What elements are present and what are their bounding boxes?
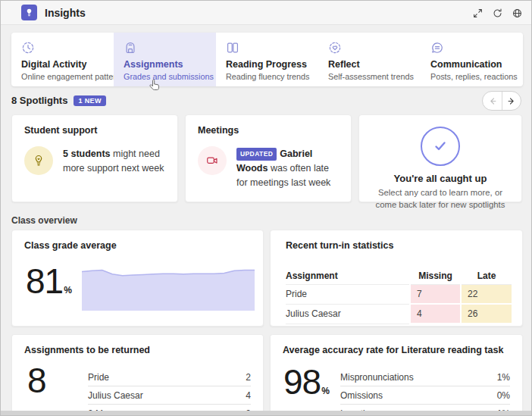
grade-average-value: 81% xyxy=(26,261,72,302)
next-spotlights-button[interactable] xyxy=(502,92,521,110)
item-label: Mispronunciations xyxy=(340,372,414,383)
assignment-name: Pride xyxy=(286,285,409,305)
table-row: Julius Caesar 4 26 xyxy=(286,305,512,324)
insights-lightbulb-icon xyxy=(21,5,37,20)
grade-trend-chart xyxy=(82,261,255,311)
tab-label: Reading Progress xyxy=(226,59,312,70)
card-title: Assignments to be returned xyxy=(12,335,263,355)
col-header-missing: Missing xyxy=(411,267,460,285)
card-title: Recent turn-in statistics xyxy=(271,230,522,251)
missing-count: 4 xyxy=(411,305,460,323)
card-title: Meetings xyxy=(186,115,351,136)
tab-reading-progress[interactable]: Reading Progress Reading fluency trends xyxy=(216,33,318,86)
spotlight-card-caught-up[interactable]: You're all caught up Select any card to … xyxy=(358,114,522,202)
spotlights-pager xyxy=(482,91,521,111)
video-camera-icon xyxy=(198,146,227,175)
spotlight-text: UPDATEDGabriel Woods was often late for … xyxy=(236,146,342,189)
refresh-icon[interactable] xyxy=(489,5,505,21)
check-circle-icon xyxy=(421,127,460,166)
assignment-name: Julius Caesar xyxy=(286,305,409,324)
tab-communication[interactable]: Communication Posts, replies, reactions xyxy=(421,33,523,86)
topbar-actions xyxy=(469,5,525,21)
list-item: Pride2 xyxy=(88,368,251,386)
insights-tab-strip: Digital Activity Online engagement patte… xyxy=(11,33,523,86)
page-title: Insights xyxy=(45,7,86,19)
spotlights-count: 8 Spotlights xyxy=(11,95,67,106)
tab-assignments[interactable]: Assignments Grades and submissions xyxy=(114,33,216,86)
spotlights-heading: 8 Spotlights 1 NEW xyxy=(11,95,106,106)
tab-sublabel: Posts, replies, reactions xyxy=(430,72,517,81)
tab-label: Assignments xyxy=(124,59,210,70)
list-item: Mispronunciations1% xyxy=(340,368,510,386)
tab-sublabel: Online engagement patterns xyxy=(21,72,108,81)
col-header-late: Late xyxy=(462,267,512,285)
item-label: Omissions xyxy=(340,390,383,401)
turn-in-card[interactable]: Recent turn-in statistics Assignment Mis… xyxy=(270,230,523,327)
list-item: Julius Caesar4 xyxy=(88,386,251,405)
spotlight-text: 5 students might need more support next … xyxy=(63,146,168,176)
class-overview-heading: Class overview xyxy=(11,215,77,226)
late-count: 22 xyxy=(462,285,512,303)
tab-label: Communication xyxy=(430,59,517,70)
turn-in-table: Assignment Missing Late Pride 7 22 Juliu… xyxy=(286,267,512,324)
tab-reflect[interactable]: Reflect Self-assessment trends xyxy=(318,33,421,86)
item-label: Pride xyxy=(88,372,109,383)
table-header-row: Assignment Missing Late xyxy=(286,267,512,285)
chat-icon xyxy=(430,41,444,55)
backpack-icon xyxy=(124,41,137,55)
tab-sublabel: Self-assessment trends xyxy=(328,72,415,81)
tab-sublabel: Grades and submissions xyxy=(124,72,210,81)
returned-list: Pride2 Julius Caesar4 2 More2 xyxy=(88,368,251,416)
card-title: Class grade average xyxy=(12,230,263,251)
lightbulb-icon xyxy=(24,146,53,175)
prev-spotlights-button[interactable] xyxy=(483,92,502,110)
table-row: Pride 7 22 xyxy=(286,285,512,305)
accuracy-list: Mispronunciations1% Omissions0% Insertio… xyxy=(340,368,510,416)
missing-count: 7 xyxy=(411,285,460,303)
top-bar: Insights xyxy=(1,1,531,25)
spotlight-text-bold: 5 students xyxy=(63,149,111,159)
item-value: 0% xyxy=(497,390,510,401)
tab-sublabel: Reading fluency trends xyxy=(226,72,312,81)
returned-card[interactable]: Assignments to be returned 8 Pride2 Juli… xyxy=(11,334,264,412)
clock-icon xyxy=(21,41,35,55)
expand-icon[interactable] xyxy=(469,5,486,21)
late-count: 26 xyxy=(462,305,512,323)
accuracy-card[interactable]: Average accuracy rate for Literature rea… xyxy=(270,334,523,412)
updated-badge: UPDATED xyxy=(236,148,277,161)
window-bottom-edge xyxy=(1,411,531,415)
card-title: Average accuracy rate for Literature rea… xyxy=(271,335,522,355)
item-value: 4 xyxy=(246,390,251,401)
tab-digital-activity[interactable]: Digital Activity Online engagement patte… xyxy=(11,33,114,86)
spotlight-card-student-support[interactable]: Student support 5 students might need mo… xyxy=(11,114,178,202)
item-value: 1% xyxy=(497,372,510,383)
caught-up-subtitle: Select any card to learn more, or come b… xyxy=(371,186,509,211)
returned-total: 8 xyxy=(27,360,46,401)
globe-icon[interactable] xyxy=(509,5,525,21)
heart-circle-icon xyxy=(328,41,342,55)
col-header-assignment: Assignment xyxy=(286,267,409,285)
tab-label: Reflect xyxy=(328,59,415,70)
card-title: Student support xyxy=(12,115,177,136)
grade-average-card[interactable]: Class grade average 81% xyxy=(11,230,264,327)
caught-up-title: You're all caught up xyxy=(359,173,521,184)
accuracy-value: 98% xyxy=(283,361,330,402)
tab-label: Digital Activity xyxy=(21,59,108,70)
book-icon xyxy=(226,41,239,55)
list-item: Omissions0% xyxy=(340,386,510,405)
spotlight-card-meetings[interactable]: Meetings UPDATEDGabriel Woods was often … xyxy=(185,114,352,202)
insights-window: Insights Digital xyxy=(0,0,532,416)
item-label: Julius Caesar xyxy=(88,390,143,401)
new-badge: 1 NEW xyxy=(74,95,106,106)
item-value: 2 xyxy=(246,372,251,383)
